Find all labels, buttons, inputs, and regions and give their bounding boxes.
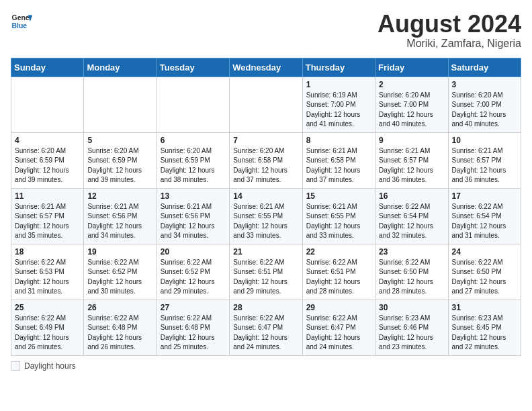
calendar-cell: 5Sunrise: 6:20 AM Sunset: 6:59 PM Daylig… <box>84 132 157 188</box>
day-number: 6 <box>161 136 226 145</box>
day-info: Sunrise: 6:20 AM Sunset: 6:59 PM Dayligh… <box>15 146 80 185</box>
logo-icon: General Blue <box>11 11 32 32</box>
calendar-cell: 27Sunrise: 6:22 AM Sunset: 6:48 PM Dayli… <box>157 300 229 355</box>
calendar-week-row: 1Sunrise: 6:19 AM Sunset: 7:00 PM Daylig… <box>11 77 521 132</box>
day-number: 22 <box>306 247 371 257</box>
day-of-week-header: Friday <box>375 58 448 77</box>
day-number: 12 <box>87 191 152 201</box>
daylight-indicator <box>11 361 20 371</box>
calendar-cell: 17Sunrise: 6:22 AM Sunset: 6:54 PM Dayli… <box>448 188 521 244</box>
calendar-cell: 19Sunrise: 6:22 AM Sunset: 6:52 PM Dayli… <box>84 244 157 300</box>
day-of-week-header: Sunday <box>11 58 84 77</box>
calendar-cell: 21Sunrise: 6:22 AM Sunset: 6:51 PM Dayli… <box>230 244 302 300</box>
calendar-table: SundayMondayTuesdayWednesdayThursdayFrid… <box>11 58 521 356</box>
day-info: Sunrise: 6:22 AM Sunset: 6:54 PM Dayligh… <box>379 202 444 241</box>
calendar-cell: 31Sunrise: 6:23 AM Sunset: 6:45 PM Dayli… <box>448 300 521 355</box>
calendar-cell: 1Sunrise: 6:19 AM Sunset: 7:00 PM Daylig… <box>302 77 375 132</box>
calendar-cell: 29Sunrise: 6:22 AM Sunset: 6:47 PM Dayli… <box>302 300 375 355</box>
day-number: 1 <box>306 80 371 89</box>
calendar-cell: 10Sunrise: 6:21 AM Sunset: 6:57 PM Dayli… <box>448 132 521 188</box>
calendar-cell: 28Sunrise: 6:22 AM Sunset: 6:47 PM Dayli… <box>230 300 302 355</box>
day-number: 13 <box>161 191 226 201</box>
day-number: 8 <box>306 136 371 145</box>
logo: General Blue <box>11 11 32 32</box>
calendar-cell: 11Sunrise: 6:21 AM Sunset: 6:57 PM Dayli… <box>11 188 84 244</box>
day-number: 10 <box>452 136 517 145</box>
day-number: 17 <box>452 191 517 201</box>
calendar-body: 1Sunrise: 6:19 AM Sunset: 7:00 PM Daylig… <box>11 77 521 355</box>
day-info: Sunrise: 6:21 AM Sunset: 6:55 PM Dayligh… <box>233 202 298 241</box>
day-number: 18 <box>15 247 80 257</box>
calendar-cell: 30Sunrise: 6:23 AM Sunset: 6:46 PM Dayli… <box>375 300 448 355</box>
calendar-cell: 14Sunrise: 6:21 AM Sunset: 6:55 PM Dayli… <box>230 188 302 244</box>
calendar-week-row: 25Sunrise: 6:22 AM Sunset: 6:49 PM Dayli… <box>11 300 521 355</box>
days-of-week-row: SundayMondayTuesdayWednesdayThursdayFrid… <box>11 58 521 77</box>
day-info: Sunrise: 6:21 AM Sunset: 6:56 PM Dayligh… <box>161 202 226 241</box>
day-info: Sunrise: 6:19 AM Sunset: 7:00 PM Dayligh… <box>306 91 371 130</box>
day-number: 28 <box>233 303 298 312</box>
day-number: 23 <box>379 247 444 257</box>
title-block: August 2024 Moriki, Zamfara, Nigeria <box>378 11 521 50</box>
page-header: General Blue August 2024 Moriki, Zamfara… <box>11 11 521 50</box>
day-info: Sunrise: 6:22 AM Sunset: 6:48 PM Dayligh… <box>87 314 152 353</box>
day-info: Sunrise: 6:21 AM Sunset: 6:56 PM Dayligh… <box>87 202 152 241</box>
day-number: 26 <box>87 303 152 312</box>
day-info: Sunrise: 6:22 AM Sunset: 6:50 PM Dayligh… <box>379 258 444 297</box>
day-info: Sunrise: 6:21 AM Sunset: 6:57 PM Dayligh… <box>379 146 444 185</box>
calendar-cell: 2Sunrise: 6:20 AM Sunset: 7:00 PM Daylig… <box>375 77 448 132</box>
calendar-cell: 24Sunrise: 6:22 AM Sunset: 6:50 PM Dayli… <box>448 244 521 300</box>
day-info: Sunrise: 6:22 AM Sunset: 6:48 PM Dayligh… <box>161 314 226 353</box>
day-info: Sunrise: 6:22 AM Sunset: 6:54 PM Dayligh… <box>452 202 517 241</box>
day-of-week-header: Wednesday <box>230 58 302 77</box>
calendar-cell: 9Sunrise: 6:21 AM Sunset: 6:57 PM Daylig… <box>375 132 448 188</box>
calendar-week-row: 18Sunrise: 6:22 AM Sunset: 6:53 PM Dayli… <box>11 244 521 300</box>
calendar-cell <box>230 77 302 132</box>
day-number: 24 <box>452 247 517 257</box>
calendar-cell: 16Sunrise: 6:22 AM Sunset: 6:54 PM Dayli… <box>375 188 448 244</box>
day-number: 16 <box>379 191 444 201</box>
day-info: Sunrise: 6:22 AM Sunset: 6:50 PM Dayligh… <box>452 258 517 297</box>
month-title: August 2024 <box>378 11 521 38</box>
calendar-cell: 18Sunrise: 6:22 AM Sunset: 6:53 PM Dayli… <box>11 244 84 300</box>
day-info: Sunrise: 6:22 AM Sunset: 6:47 PM Dayligh… <box>233 314 298 353</box>
day-number: 15 <box>306 191 371 201</box>
day-number: 3 <box>452 80 517 89</box>
day-number: 25 <box>15 303 80 312</box>
calendar-cell: 4Sunrise: 6:20 AM Sunset: 6:59 PM Daylig… <box>11 132 84 188</box>
day-info: Sunrise: 6:20 AM Sunset: 7:00 PM Dayligh… <box>452 91 517 130</box>
calendar-cell: 13Sunrise: 6:21 AM Sunset: 6:56 PM Dayli… <box>157 188 229 244</box>
calendar-cell: 26Sunrise: 6:22 AM Sunset: 6:48 PM Dayli… <box>84 300 157 355</box>
calendar-cell: 8Sunrise: 6:21 AM Sunset: 6:58 PM Daylig… <box>302 132 375 188</box>
day-of-week-header: Monday <box>84 58 157 77</box>
day-info: Sunrise: 6:20 AM Sunset: 6:59 PM Dayligh… <box>87 146 152 185</box>
day-number: 14 <box>233 191 298 201</box>
location: Moriki, Zamfara, Nigeria <box>378 38 521 50</box>
day-info: Sunrise: 6:22 AM Sunset: 6:52 PM Dayligh… <box>161 258 226 297</box>
day-info: Sunrise: 6:23 AM Sunset: 6:46 PM Dayligh… <box>379 314 444 353</box>
day-number: 31 <box>452 303 517 312</box>
day-number: 5 <box>87 136 152 145</box>
day-info: Sunrise: 6:22 AM Sunset: 6:51 PM Dayligh… <box>306 258 371 297</box>
day-number: 20 <box>161 247 226 257</box>
day-number: 11 <box>15 191 80 201</box>
calendar-cell: 15Sunrise: 6:21 AM Sunset: 6:55 PM Dayli… <box>302 188 375 244</box>
day-info: Sunrise: 6:21 AM Sunset: 6:57 PM Dayligh… <box>452 146 517 185</box>
day-number: 19 <box>87 247 152 257</box>
calendar-cell: 12Sunrise: 6:21 AM Sunset: 6:56 PM Dayli… <box>84 188 157 244</box>
day-info: Sunrise: 6:21 AM Sunset: 6:58 PM Dayligh… <box>306 146 371 185</box>
calendar-cell <box>84 77 157 132</box>
calendar-cell <box>11 77 84 132</box>
day-info: Sunrise: 6:23 AM Sunset: 6:45 PM Dayligh… <box>452 314 517 353</box>
day-number: 7 <box>233 136 298 145</box>
svg-text:Blue: Blue <box>12 22 28 30</box>
day-of-week-header: Thursday <box>302 58 375 77</box>
day-info: Sunrise: 6:22 AM Sunset: 6:47 PM Dayligh… <box>306 314 371 353</box>
day-info: Sunrise: 6:22 AM Sunset: 6:51 PM Dayligh… <box>233 258 298 297</box>
day-number: 2 <box>379 80 444 89</box>
day-number: 27 <box>161 303 226 312</box>
day-info: Sunrise: 6:20 AM Sunset: 6:59 PM Dayligh… <box>161 146 226 185</box>
day-info: Sunrise: 6:22 AM Sunset: 6:52 PM Dayligh… <box>87 258 152 297</box>
day-info: Sunrise: 6:20 AM Sunset: 6:58 PM Dayligh… <box>233 146 298 185</box>
day-number: 29 <box>306 303 371 312</box>
day-number: 30 <box>379 303 444 312</box>
